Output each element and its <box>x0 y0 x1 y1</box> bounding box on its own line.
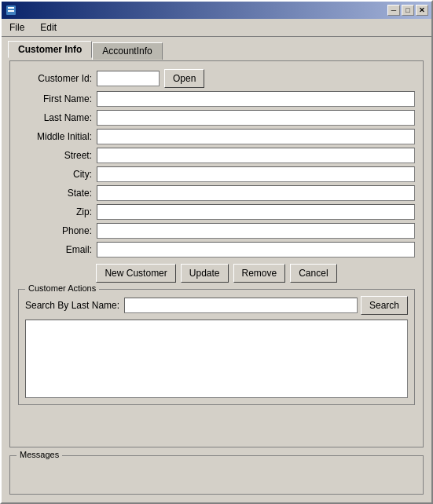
first-name-label: First Name: <box>18 93 97 104</box>
email-row: Email: <box>18 242 415 257</box>
open-button[interactable]: Open <box>164 69 204 88</box>
last-name-row: Last Name: <box>18 110 415 126</box>
email-label: Email: <box>18 244 97 255</box>
titlebar-left <box>5 4 20 16</box>
state-label: State: <box>18 188 97 199</box>
minimize-button[interactable]: ─ <box>387 5 400 16</box>
titlebar-buttons: ─ □ ✕ <box>387 5 428 16</box>
new-customer-button[interactable]: New Customer <box>96 264 175 283</box>
menu-file[interactable]: File <box>5 20 29 35</box>
close-button[interactable]: ✕ <box>416 5 428 16</box>
state-input[interactable] <box>97 185 415 201</box>
zip-label: Zip: <box>18 206 97 217</box>
last-name-input[interactable] <box>97 110 415 126</box>
search-last-name-input[interactable] <box>124 298 358 313</box>
tab-account-info[interactable]: AccountInfo <box>92 42 162 60</box>
phone-label: Phone: <box>18 225 97 236</box>
phone-input[interactable] <box>97 223 415 239</box>
street-label: Street: <box>18 150 97 161</box>
search-button[interactable]: Search <box>361 296 408 315</box>
search-by-last-name-label: Search By Last Name: <box>25 300 119 311</box>
city-row: City: <box>18 166 415 182</box>
action-buttons: New Customer Update Remove Cancel <box>18 264 415 283</box>
city-input[interactable] <box>97 166 415 182</box>
street-row: Street: <box>18 148 415 163</box>
search-results-list[interactable] <box>25 320 408 398</box>
customer-actions-group: Customer Actions Search By Last Name: Se… <box>18 289 415 405</box>
titlebar: ─ □ ✕ <box>2 2 431 19</box>
customer-id-row: Customer Id: Open <box>18 69 415 88</box>
zip-input[interactable] <box>97 204 415 220</box>
menu-edit[interactable]: Edit <box>35 20 61 35</box>
messages-panel: Messages <box>9 455 424 495</box>
messages-legend: Messages <box>17 450 62 459</box>
tab-bar: Customer Info AccountInfo <box>2 37 431 57</box>
svg-rect-1 <box>8 7 14 9</box>
middle-initial-label: Middle Initial: <box>18 131 97 142</box>
phone-row: Phone: <box>18 223 415 239</box>
last-name-label: Last Name: <box>18 112 97 123</box>
update-button[interactable]: Update <box>181 264 229 283</box>
first-name-input[interactable] <box>97 91 415 107</box>
app-icon <box>5 4 17 16</box>
first-name-row: First Name: <box>18 91 415 107</box>
svg-rect-2 <box>8 10 14 12</box>
search-row: Search By Last Name: Search <box>25 296 408 315</box>
window-body: Customer Id: Open First Name: Last Name:… <box>2 57 431 502</box>
tab-customer-info[interactable]: Customer Info <box>8 41 92 58</box>
email-input[interactable] <box>97 242 415 257</box>
main-window: ─ □ ✕ File Edit Customer Info AccountInf… <box>0 0 433 504</box>
customer-id-input[interactable] <box>97 71 160 86</box>
remove-button[interactable]: Remove <box>233 264 286 283</box>
state-row: State: <box>18 185 415 201</box>
menubar: File Edit <box>2 19 431 37</box>
city-label: City: <box>18 169 97 180</box>
customer-id-label: Customer Id: <box>18 73 97 84</box>
customer-actions-legend: Customer Actions <box>25 283 99 293</box>
zip-row: Zip: <box>18 204 415 220</box>
cancel-button[interactable]: Cancel <box>290 264 336 283</box>
content-area: Customer Id: Open First Name: Last Name:… <box>9 60 424 447</box>
street-input[interactable] <box>97 148 415 163</box>
middle-initial-input[interactable] <box>97 129 415 144</box>
middle-initial-row: Middle Initial: <box>18 129 415 144</box>
maximize-button[interactable]: □ <box>402 5 414 16</box>
